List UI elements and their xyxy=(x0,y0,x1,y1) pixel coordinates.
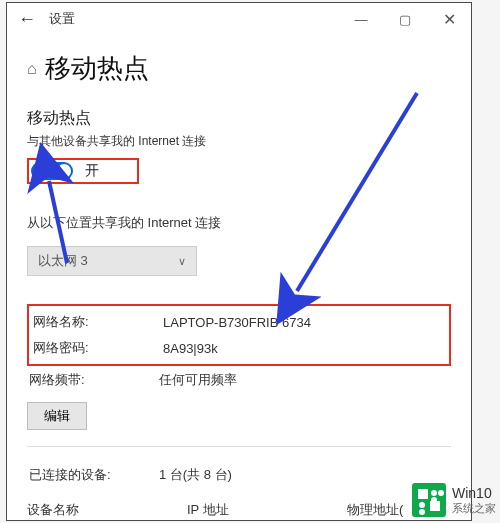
back-button[interactable]: ← xyxy=(7,9,47,30)
network-band-key: 网络频带: xyxy=(29,368,157,392)
watermark-text: Win10 系统之家 xyxy=(452,486,496,513)
hotspot-toggle-label: 开 xyxy=(85,162,99,180)
hotspot-section-title: 移动热点 xyxy=(27,108,451,129)
watermark-line2: 系统之家 xyxy=(452,502,496,514)
close-button[interactable]: ✕ xyxy=(427,10,471,29)
hotspot-section: 移动热点 与其他设备共享我的 Internet 连接 开 xyxy=(27,108,451,184)
annotation-box-credentials: 网络名称: LAPTOP-B730FRIB 6734 网络密码: 8A93|93… xyxy=(27,304,451,366)
table-row: 网络名称: LAPTOP-B730FRIB 6734 xyxy=(33,310,445,334)
hotspot-subtitle: 与其他设备共享我的 Internet 连接 xyxy=(27,133,451,150)
home-icon[interactable]: ⌂ xyxy=(27,60,37,78)
content-area: ⌂ 移动热点 移动热点 与其他设备共享我的 Internet 连接 开 从以下位… xyxy=(7,35,471,519)
share-from-section: 从以下位置共享我的 Internet 连接 以太网 3 ∨ xyxy=(27,214,451,276)
table-row: 已连接的设备: 1 台(共 8 台) xyxy=(29,463,449,487)
edit-button[interactable]: 编辑 xyxy=(27,402,87,430)
watermark: Win10 系统之家 xyxy=(412,483,496,517)
toggle-knob xyxy=(57,164,71,178)
minimize-button[interactable]: — xyxy=(339,12,383,27)
window-title: 设置 xyxy=(47,10,75,28)
network-band-table: 网络频带: 任何可用频率 xyxy=(27,366,451,394)
connected-devices-key: 已连接的设备: xyxy=(29,463,157,487)
maximize-button[interactable]: ▢ xyxy=(383,12,427,27)
column-device-name: 设备名称 xyxy=(27,501,187,519)
share-from-select[interactable]: 以太网 3 ∨ xyxy=(27,246,197,276)
titlebar: ← 设置 — ▢ ✕ xyxy=(7,3,471,35)
network-name-value: LAPTOP-B730FRIB 6734 xyxy=(163,310,445,334)
network-password-value: 8A93|93k xyxy=(163,336,445,360)
table-row: 网络频带: 任何可用频率 xyxy=(29,368,449,392)
share-from-value: 以太网 3 xyxy=(38,252,88,270)
network-info: 网络名称: LAPTOP-B730FRIB 6734 网络密码: 8A93|93… xyxy=(27,304,451,430)
settings-window: ← 设置 — ▢ ✕ ⌂ 移动热点 移动热点 与其他设备共享我的 Interne… xyxy=(6,2,472,521)
device-table-header: 设备名称 IP 地址 物理地址( xyxy=(27,501,451,519)
chevron-down-icon: ∨ xyxy=(178,255,186,268)
page-header: ⌂ 移动热点 xyxy=(27,51,451,86)
connected-devices-value: 1 台(共 8 台) xyxy=(159,463,449,487)
network-name-key: 网络名称: xyxy=(33,310,161,334)
watermark-line1: Win10 xyxy=(452,486,496,501)
watermark-logo-icon xyxy=(412,483,446,517)
table-row: 网络密码: 8A93|93k xyxy=(33,336,445,360)
network-band-value: 任何可用频率 xyxy=(159,368,449,392)
network-info-table: 网络名称: LAPTOP-B730FRIB 6734 网络密码: 8A93|93… xyxy=(31,308,447,362)
page-title: 移动热点 xyxy=(45,51,149,86)
network-password-key: 网络密码: xyxy=(33,336,161,360)
connected-devices-section: 已连接的设备: 1 台(共 8 台) 设备名称 IP 地址 物理地址( xyxy=(27,461,451,519)
column-ip: IP 地址 xyxy=(187,501,347,519)
annotation-box-toggle: 开 xyxy=(27,158,139,184)
connected-devices-summary: 已连接的设备: 1 台(共 8 台) xyxy=(27,461,451,489)
share-from-title: 从以下位置共享我的 Internet 连接 xyxy=(27,214,451,232)
divider xyxy=(27,446,451,447)
hotspot-toggle[interactable] xyxy=(31,162,73,180)
